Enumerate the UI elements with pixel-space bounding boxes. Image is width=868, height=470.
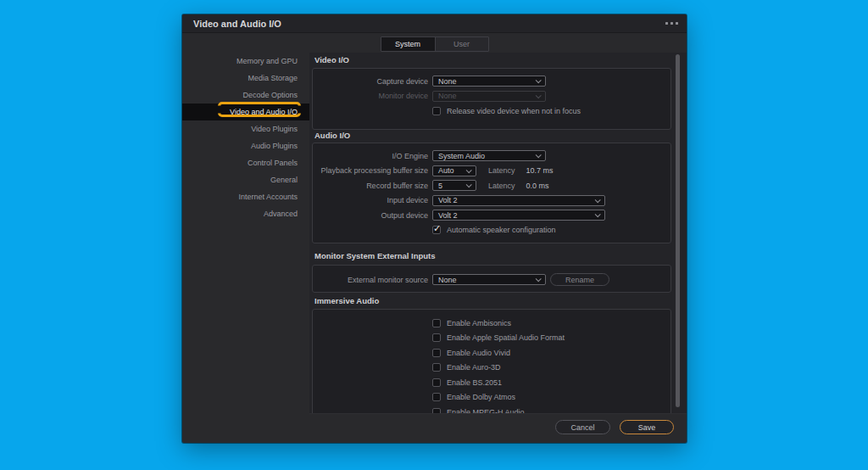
dialog-footer: Cancel Save [309,413,687,443]
section-title-audio-io: Audio I/O [314,131,350,140]
immersive-groupbox: Enable Ambisonics Enable Apple Spatial A… [312,309,671,413]
record-latency-label: Latency [488,182,515,190]
chevron-down-icon [466,167,472,173]
sidebar-item-video-and-audio-io[interactable]: Video and Audio I/O [182,104,309,120]
playback-buffer-dropdown[interactable]: Auto [432,165,476,176]
dialog-titlebar[interactable]: Video and Audio I/O [182,14,687,33]
playback-buffer-label: Playback processing buffer size [313,166,428,175]
save-button[interactable]: Save [620,420,674,434]
sidebar-item-media-storage[interactable]: Media Storage [182,70,309,87]
enable-auro3d-checkbox[interactable] [432,363,441,372]
monitor-device-dropdown: None [432,91,546,102]
rename-button[interactable]: Rename [550,273,609,286]
enable-ambisonics-label: Enable Ambisonics [447,319,511,327]
capture-device-label: Capture device [313,77,428,86]
capture-device-dropdown[interactable]: None [432,76,546,87]
sidebar-item-memory-and-gpu[interactable]: Memory and GPU [182,53,309,70]
desktop-background: Video and Audio I/O System User Memory a… [0,0,868,470]
input-device-value: Volt 2 [438,196,458,204]
sidebar-item-internet-accounts[interactable]: Internet Accounts [182,188,309,205]
enable-dolby-atmos-label: Enable Dolby Atmos [447,393,515,401]
external-monitor-source-label: External monitor source [313,276,428,284]
external-monitor-source-value: None [438,276,457,284]
monitor-ext-groupbox: External monitor source None Rename [312,265,671,293]
options-menu-icon[interactable] [665,22,678,25]
dialog-title: Video and Audio I/O [193,19,281,29]
cancel-button[interactable]: Cancel [555,420,610,434]
scope-tabgroup: System User [381,36,489,52]
monitor-device-value: None [438,92,457,100]
enable-audio-vivid-label: Enable Audio Vivid [447,349,510,357]
sidebar-item-video-plugins[interactable]: Video Plugins [182,120,309,137]
chevron-down-icon [595,212,601,218]
chevron-down-icon [536,78,542,84]
tab-system[interactable]: System [381,37,435,51]
sidebar-item-audio-plugins[interactable]: Audio Plugins [182,137,309,154]
io-engine-dropdown[interactable]: System Audio [432,150,546,161]
chevron-down-icon [536,92,542,98]
enable-dolby-atmos-checkbox[interactable] [432,393,441,401]
record-buffer-value: 5 [438,182,442,190]
io-engine-value: System Audio [438,152,485,160]
preferences-dialog: Video and Audio I/O System User Memory a… [182,14,687,443]
record-buffer-label: Record buffer size [313,182,428,190]
output-device-label: Output device [313,211,428,220]
external-monitor-source-dropdown[interactable]: None [432,274,546,285]
release-video-device-checkbox[interactable] [432,107,441,115]
sidebar: Memory and GPU Media Storage Decode Opti… [182,53,309,222]
enable-bs2051-label: Enable BS.2051 [447,378,502,387]
auto-speaker-config-label: Automatic speaker configuration [447,226,556,234]
playback-latency-label: Latency [488,166,515,175]
input-device-label: Input device [313,196,428,204]
enable-bs2051-checkbox[interactable] [432,378,441,387]
release-video-device-label: Release video device when not in focus [447,107,581,115]
audio-io-groupbox: I/O Engine System Audio Playback process… [312,143,671,243]
enable-audio-vivid-checkbox[interactable] [432,349,441,357]
sidebar-item-general[interactable]: General [182,171,309,188]
monitor-device-label: Monitor device [313,92,428,100]
enable-apple-spatial-checkbox[interactable] [432,333,441,342]
sidebar-item-control-panels[interactable]: Control Panels [182,154,309,171]
playback-buffer-value: Auto [438,166,454,175]
output-device-dropdown[interactable]: Volt 2 [432,210,605,221]
io-engine-label: I/O Engine [313,152,428,160]
sidebar-item-advanced[interactable]: Advanced [182,205,309,222]
check-icon: ✓ [433,223,441,234]
sidebar-item-decode-options[interactable]: Decode Options [182,87,309,104]
section-title-monitor-ext: Monitor System External Inputs [314,251,436,260]
playback-latency-value: 10.7 ms [526,166,554,175]
input-device-dropdown[interactable]: Volt 2 [432,195,605,206]
tab-user[interactable]: User [435,37,488,51]
output-device-value: Volt 2 [438,211,458,220]
enable-ambisonics-checkbox[interactable] [432,319,441,327]
record-buffer-dropdown[interactable]: 5 [432,180,476,191]
settings-scroll-area[interactable]: Video I/O Capture device None Monitor de… [309,53,687,413]
chevron-down-icon [466,182,472,188]
enable-apple-spatial-label: Enable Apple Spatial Audio Format [447,333,565,342]
enable-auro3d-label: Enable Auro-3D [447,363,501,372]
auto-speaker-config-checkbox[interactable]: ✓ [432,226,441,234]
record-latency-value: 0.0 ms [526,182,549,190]
section-title-video-io: Video I/O [314,55,349,64]
chevron-down-icon [536,153,542,159]
chevron-down-icon [536,277,542,283]
capture-device-value: None [438,77,457,86]
vertical-scrollbar[interactable] [676,54,680,407]
video-io-groupbox: Capture device None Monitor device None [312,68,671,130]
section-title-immersive: Immersive Audio [314,296,379,305]
chevron-down-icon [595,197,601,203]
